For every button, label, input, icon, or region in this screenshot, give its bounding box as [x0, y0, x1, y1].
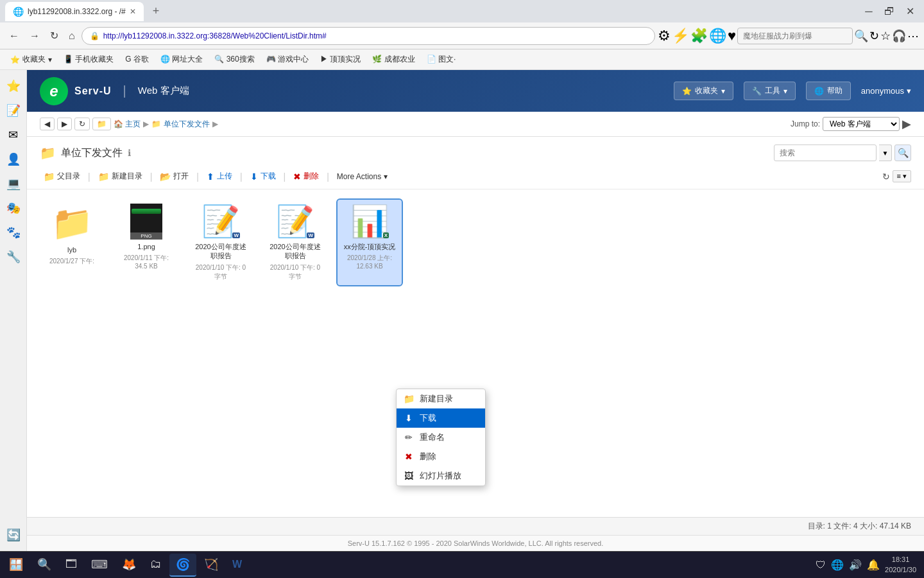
restore-button[interactable]: 🗗	[880, 3, 898, 21]
bm-top[interactable]: ▶ 顶顶实况	[315, 52, 366, 67]
lightning-icon[interactable]: ⚡	[672, 28, 689, 44]
collection-icon[interactable]: 🌐	[709, 28, 726, 44]
address-bar[interactable]: 🔒	[81, 27, 655, 45]
sidebar-icon-user[interactable]: 👤	[3, 148, 24, 170]
bm-agri[interactable]: 🌿 成都农业	[367, 52, 420, 67]
ctx-delete[interactable]: ✖ 删除	[397, 447, 485, 466]
user-menu[interactable]: anonymous ▾	[861, 86, 911, 96]
jump-go-icon[interactable]: ▶	[902, 117, 911, 131]
back-button[interactable]: ←	[5, 28, 23, 44]
ctx-rename[interactable]: ✏ 重命名	[397, 428, 485, 447]
fav-dropdown-icon: ▾	[721, 87, 725, 96]
bm-urls[interactable]: 🌐 网址大全	[155, 52, 208, 67]
star-fav-icon[interactable]: ☆	[880, 29, 891, 43]
taskbar-word[interactable]: W	[226, 554, 248, 577]
new-tab-button[interactable]: +	[149, 4, 164, 18]
jump-to-label: Jump to:	[791, 119, 820, 128]
taskbar-explorer[interactable]: 🗂	[144, 554, 168, 577]
tray-notification-icon[interactable]: 🔔	[867, 559, 880, 571]
ctx-download[interactable]: ⬇ 下载	[397, 408, 485, 428]
bm-360[interactable]: 🔍 360搜索	[209, 52, 259, 67]
window-controls: ─ 🗗 ✕	[860, 3, 919, 21]
tray-sound-icon[interactable]: 🔊	[849, 559, 862, 571]
dir-info-icon[interactable]: ℹ	[128, 148, 131, 158]
bookmarks-bar: ⭐ 收藏夹 ▾ 📱 手机收藏夹 G 谷歌 🌐 网址大全 🔍 360搜索 🎮 游戏…	[0, 49, 924, 70]
help-btn[interactable]: 🌐 帮助	[806, 82, 851, 100]
taskbar-ie[interactable]: 🦊	[116, 554, 142, 577]
ctx-new-dir[interactable]: 📁 新建目录	[397, 389, 485, 408]
file-item-lyb[interactable]: 📁 lyb 2020/1/27 下午:	[40, 200, 104, 285]
sidebar-icon-paw[interactable]: 🐾	[3, 222, 24, 243]
upload-btn[interactable]: ⬆ 上传	[203, 169, 236, 184]
browser-tab[interactable]: 🌐 lyb11292008.in.3322.org - /# ✕	[5, 2, 144, 21]
bm-google[interactable]: G 谷歌	[120, 52, 154, 67]
heart-icon[interactable]: ♥	[728, 28, 736, 44]
tray-shield-icon[interactable]: 🛡	[816, 559, 826, 571]
delete-btn[interactable]: ✖ 删除	[289, 169, 323, 184]
search-nav-button[interactable]: 🔍	[854, 29, 868, 43]
sidebar-icon-desktop[interactable]: 💻	[3, 173, 24, 195]
bm-doc[interactable]: 📄 图文·	[422, 52, 461, 67]
bm-games[interactable]: 🎮 游戏中心	[261, 52, 314, 67]
translate-icon[interactable]: ⚙	[658, 28, 671, 44]
breadcrumb-current[interactable]: 单位下发文件	[164, 119, 210, 130]
search-go-btn[interactable]: 🔍	[894, 144, 911, 161]
sidebar-icon-drama[interactable]: 🎭	[3, 197, 24, 219]
sidebar-icon-mail[interactable]: ✉	[3, 124, 24, 146]
taskbar-search[interactable]: 🔍	[31, 554, 58, 577]
address-input[interactable]	[103, 31, 647, 40]
home-button[interactable]: ⌂	[65, 28, 79, 44]
taskbar-start[interactable]: 🪟	[3, 554, 30, 577]
tray-network-icon[interactable]: 🌐	[831, 559, 844, 571]
breadcrumb-home[interactable]: 🏠 主页	[114, 119, 141, 130]
sidebar-icon-arrow[interactable]: 🔄	[3, 524, 24, 546]
extension-icon[interactable]: 🧩	[690, 28, 708, 44]
file-item-xlsx[interactable]: 📊 X xx分院-顶顶实况 2020/1/28 上午: 12.63 KB	[338, 200, 402, 285]
breadcrumb-refresh-btn[interactable]: ↻	[74, 118, 90, 130]
forward-button[interactable]: →	[26, 28, 44, 44]
view-list-btn[interactable]: ≡ ▾	[893, 170, 911, 182]
word-taskbar-icon: W	[232, 559, 242, 570]
tools-btn[interactable]: 🔧 工具 ▾	[744, 82, 796, 100]
tab-close-btn[interactable]: ✕	[130, 7, 136, 16]
more-menu-icon[interactable]: ⋯	[907, 29, 919, 43]
headphone-icon[interactable]: 🎧	[892, 29, 906, 43]
breadcrumb-parent-btn[interactable]: 📁	[92, 118, 111, 130]
file-item-png[interactable]: PNG 1.png 2020/1/11 下午: 34.5 KB	[114, 200, 178, 285]
parent-dir-btn[interactable]: 📁 父目录	[40, 169, 84, 184]
taskbar-keyboard[interactable]: ⌨	[85, 554, 114, 577]
nav-bar: ← → ↻ ⌂ 🔒 ⚙ ⚡ 🧩 🌐 ♥ 🔍 ↻ ☆ 🎧 ⋯	[0, 22, 924, 49]
sidebar-icon-star[interactable]: ⭐	[3, 75, 24, 97]
ctx-delete-icon: ✖	[403, 451, 415, 462]
breadcrumb-back-btn[interactable]: ◀	[40, 118, 55, 130]
refresh-files-btn[interactable]: ↻	[882, 171, 890, 182]
jump-to-select[interactable]: Web 客户端	[823, 117, 900, 131]
download-btn[interactable]: ⬇ 下载	[246, 169, 280, 184]
status-bar: 目录: 1 文件: 4 大小: 47.14 KB	[27, 517, 924, 535]
search-input[interactable]	[774, 144, 877, 161]
refresh-btn2[interactable]: ↻	[869, 29, 879, 43]
taskbar-edge[interactable]: 🌀	[169, 554, 196, 577]
tray-clock[interactable]: 18:31 2020/1/30	[885, 555, 916, 575]
sidebar-icon-tool[interactable]: 🔧	[3, 246, 24, 268]
taskbar-task-view[interactable]: 🗔	[59, 554, 83, 577]
taskbar-app5[interactable]: 🏹	[198, 554, 225, 577]
minimize-button[interactable]: ─	[860, 3, 878, 21]
close-button[interactable]: ✕	[901, 3, 919, 21]
search-box-nav[interactable]	[737, 28, 853, 44]
file-item-docx1[interactable]: 📝 W 2020公司年度述职报告 2020/1/10 下午: 0 字节	[189, 200, 253, 285]
windows-start-icon: 🪟	[9, 557, 23, 572]
more-actions-btn[interactable]: More Actions ▾	[333, 170, 391, 183]
bm-favorites[interactable]: ⭐ 收藏夹 ▾	[5, 52, 57, 67]
ctx-slideshow[interactable]: 🖼 幻灯片播放	[397, 466, 485, 486]
favorites-btn[interactable]: ⭐ 收藏夹 ▾	[674, 82, 733, 100]
new-dir-btn[interactable]: 📁 新建目录	[94, 169, 146, 184]
open-btn[interactable]: 📂 打开	[156, 169, 193, 184]
search-dropdown-btn[interactable]: ▼	[879, 144, 892, 161]
breadcrumb-forward-btn[interactable]: ▶	[57, 118, 72, 130]
refresh-nav-button[interactable]: ↻	[46, 27, 62, 44]
file-item-docx2[interactable]: 📝 W 2020公司年度述职报告 2020/1/10 下午: 0 字节	[263, 200, 327, 285]
tab-title: lyb11292008.in.3322.org - /#	[28, 7, 126, 16]
bm-mobile[interactable]: 📱 手机收藏夹	[58, 52, 119, 67]
sidebar-icon-note[interactable]: 📝	[3, 100, 24, 121]
